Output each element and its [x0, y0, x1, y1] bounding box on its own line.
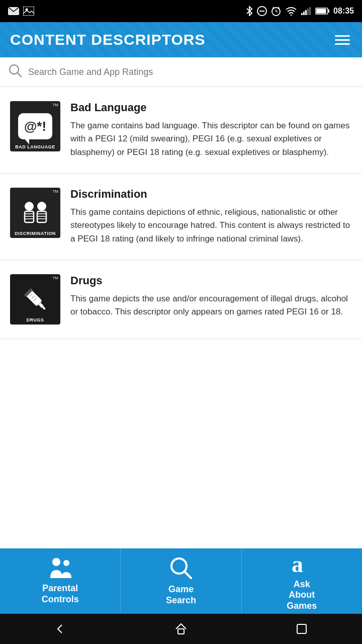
email-icon [8, 7, 19, 15]
bluetooth-icon [246, 6, 253, 16]
svg-point-38 [52, 558, 60, 566]
nav-ask-about-games[interactable]: a AskAboutGames [242, 548, 362, 614]
hamburger-line-3 [335, 43, 350, 45]
svg-line-20 [18, 73, 21, 76]
svg-rect-17 [328, 10, 329, 13]
svg-point-21 [25, 202, 34, 211]
svg-point-10 [291, 15, 292, 16]
svg-rect-11 [301, 13, 303, 15]
svg-rect-27 [37, 211, 46, 222]
parental-controls-icon [47, 557, 73, 579]
discrimination-text: Discrimination This game contains depict… [70, 188, 352, 246]
hamburger-line-1 [335, 35, 350, 37]
bad-language-label: BAD LANGUAGE [10, 144, 60, 149]
svg-line-41 [185, 572, 191, 578]
search-input[interactable] [28, 67, 354, 77]
drugs-title: Drugs [70, 274, 352, 287]
svg-rect-18 [316, 9, 326, 14]
bottom-nav: ParentalControls GameSearch a AskAboutGa… [0, 548, 362, 614]
svg-rect-13 [305, 10, 307, 15]
nav-ask-about-games-label: AskAboutGames [287, 579, 317, 612]
header: CONTENT DESCRIPTORS [0, 22, 362, 57]
svg-rect-15 [309, 7, 311, 15]
bad-language-icon-box: TM @*! BAD LANGUAGE [10, 101, 60, 151]
game-search-icon [169, 556, 193, 580]
dnd-icon [257, 6, 267, 16]
ask-about-games-icon: a [290, 551, 314, 575]
android-nav [0, 614, 362, 644]
svg-rect-1 [23, 7, 34, 16]
image-icon [23, 7, 34, 16]
descriptor-item-drugs: TM DRUGS Drugs This game depicts the use… [0, 260, 362, 339]
drugs-svg [19, 284, 51, 314]
wifi-icon [285, 7, 297, 16]
svg-rect-14 [307, 9, 309, 15]
status-bar-right: 08:35 [246, 6, 354, 16]
svg-point-39 [63, 560, 69, 566]
svg-rect-12 [303, 12, 305, 15]
drugs-label: DRUGS [10, 317, 60, 323]
signal-icon [301, 7, 311, 15]
status-time: 08:35 [333, 7, 354, 16]
bad-language-symbol: @*! [18, 113, 52, 139]
search-bar [0, 57, 362, 87]
bad-language-title: Bad Language [70, 101, 352, 114]
drugs-icon-box: TM DRUGS [10, 274, 60, 325]
discrimination-desc: This game contains depictions of ethnic,… [70, 206, 352, 246]
nav-parental-controls-label: ParentalControls [42, 583, 79, 605]
svg-rect-43 [178, 629, 184, 634]
bad-language-text: Bad Language The game contains bad langu… [70, 101, 352, 159]
svg-rect-44 [297, 624, 306, 633]
hamburger-line-2 [335, 39, 350, 41]
drugs-text: Drugs This game depicts the use and/or e… [70, 274, 352, 319]
svg-rect-22 [25, 211, 34, 222]
alarm-icon [271, 6, 281, 16]
home-button[interactable] [171, 619, 191, 639]
nav-game-search[interactable]: GameSearch [121, 548, 241, 614]
nav-game-search-label: GameSearch [166, 584, 196, 606]
discrimination-label: DISCRIMINATION [10, 231, 60, 236]
recents-button[interactable] [292, 619, 312, 639]
drugs-desc: This game depicts the use and/or encoura… [70, 292, 352, 319]
descriptor-item-discrimination: TM DISCRIMINATION Discrimination This ga… [0, 174, 362, 260]
discrimination-svg [18, 198, 52, 227]
page-title: CONTENT DESCRIPTORS [10, 31, 205, 48]
battery-icon [315, 8, 329, 15]
discrimination-icon-box: TM DISCRIMINATION [10, 188, 60, 238]
status-bar: 08:35 [0, 0, 362, 22]
bad-language-desc: The game contains bad language. This des… [70, 119, 352, 159]
menu-button[interactable] [333, 33, 352, 47]
svg-text:a: a [292, 551, 303, 575]
back-button[interactable] [50, 619, 70, 639]
discrimination-title: Discrimination [70, 188, 352, 201]
content-area: TM @*! BAD LANGUAGE Bad Language The gam… [0, 87, 362, 548]
status-bar-left [8, 7, 34, 16]
svg-point-26 [37, 202, 46, 211]
nav-parental-controls[interactable]: ParentalControls [0, 548, 121, 614]
descriptor-item-bad-language: TM @*! BAD LANGUAGE Bad Language The gam… [0, 87, 362, 174]
search-icon [8, 63, 22, 80]
